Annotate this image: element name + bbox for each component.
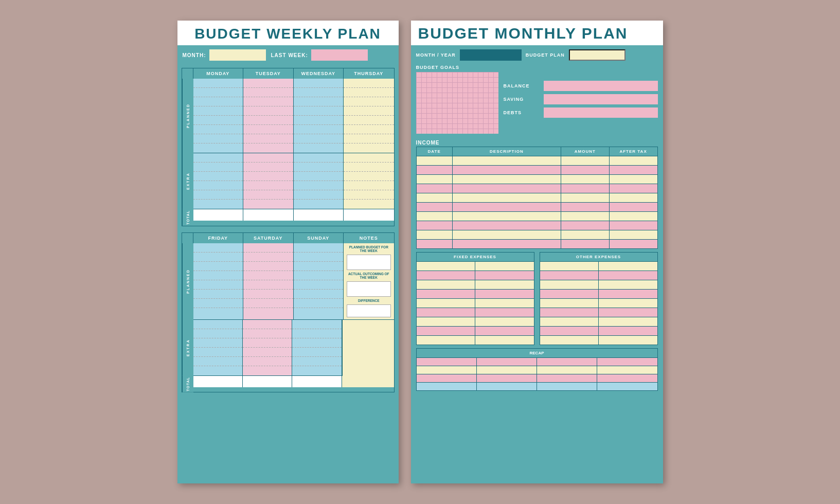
other-row-9: [540, 336, 657, 345]
monthly-header: BUDGET MONTHLY PLAN: [411, 21, 663, 45]
difference-label: DIFFERENCE: [347, 299, 391, 302]
fixed-row-5: [416, 299, 534, 308]
balance-input[interactable]: [544, 81, 658, 91]
income-title: INCOME: [416, 138, 658, 147]
budget-plan-input[interactable]: [569, 49, 625, 61]
income-row-6: [416, 203, 657, 212]
bottom-week-section: FRIDAY SATURDAY SUNDAY NOTES PLANNED: [177, 229, 399, 396]
top-planned-section: PLANNED: [182, 79, 395, 153]
tue-planned-col: [243, 79, 294, 153]
income-row-9: [416, 230, 657, 240]
debts-label: DEBTS: [504, 110, 540, 115]
recap-section: RECAP: [411, 348, 663, 395]
last-week-field: LAST WEEK:: [271, 49, 368, 61]
last-week-input[interactable]: [311, 49, 368, 61]
mon-total: [193, 209, 244, 221]
other-expenses-label: OTHER EXPENSES: [540, 253, 657, 262]
other-row-5: [540, 299, 657, 308]
month-label: MONTH:: [183, 52, 206, 58]
fixed-row-8: [416, 327, 534, 336]
fri-planned-col: [193, 243, 244, 320]
income-section: INCOME DATE DESCRIPTION AMOUNT AFTER TAX: [411, 138, 663, 252]
day-saturday: SATURDAY: [243, 233, 294, 243]
saving-input[interactable]: [544, 94, 658, 104]
recap-row-3: [416, 374, 657, 383]
fixed-row-1: [416, 262, 534, 271]
other-row-7: [540, 317, 657, 327]
income-table: DATE DESCRIPTION AMOUNT AFTER TAX: [416, 147, 658, 249]
fixed-header: FIXED EXPENSES: [416, 253, 534, 262]
income-row-7: [416, 212, 657, 221]
planned-budget-label: PLANNED BUDGET FOR THE WEEK: [347, 245, 391, 253]
fixed-row-7: [416, 317, 534, 327]
debts-input[interactable]: [544, 107, 658, 118]
day-notes: NOTES: [344, 233, 394, 243]
thu-extra-col: [344, 153, 394, 209]
other-expenses-section: OTHER EXPENSES: [540, 252, 658, 345]
top-row-1: MONTH / YEAR BUDGET PLAN: [416, 49, 658, 61]
other-expenses-table: OTHER EXPENSES: [540, 252, 658, 345]
expenses-row: FIXED EXPENSES: [411, 252, 663, 348]
recap-row-1: [416, 358, 657, 366]
tue-extra-col: [243, 153, 294, 209]
mon-planned-col: [193, 79, 244, 153]
bottom-extra-section: EXTRA: [182, 320, 395, 376]
recap-row-4: [416, 383, 657, 391]
debts-row: DEBTS: [504, 107, 658, 118]
month-input[interactable]: [209, 49, 266, 61]
total-label-top: TOTAL: [182, 209, 193, 226]
income-header-row: DATE DESCRIPTION AMOUNT AFTER TAX: [416, 147, 657, 156]
month-year-input[interactable]: [460, 49, 522, 61]
sat-planned-col: [243, 243, 294, 320]
extra-label-bottom: EXTRA: [182, 320, 193, 376]
budget-plan-label: BUDGET PLAN: [526, 52, 565, 58]
other-row-1: [540, 262, 657, 271]
bottom-total-row: TOTAL: [182, 376, 395, 393]
thu-total: [344, 209, 394, 221]
col-after-tax: AFTER TAX: [609, 147, 657, 156]
month-year-label: MONTH / YEAR: [416, 52, 456, 58]
income-row-2: [416, 166, 657, 175]
other-row-6: [540, 308, 657, 317]
saving-row: SAVING: [504, 94, 658, 104]
day-tuesday: TUESDAY: [243, 68, 294, 79]
day-thursday: THURSDAY: [344, 68, 394, 79]
actual-outcoming-label: ACTUAL OUTCOMING OF THE WEEK: [347, 272, 391, 279]
weekly-header: BUDGET WEEKLY PLAN: [177, 21, 399, 45]
monthly-title: BUDGET MONTHLY PLAN: [418, 25, 656, 42]
fixed-row-4: [416, 290, 534, 299]
planned-label-bottom: PLANNED: [182, 243, 193, 320]
top-week-section: MONDAY TUESDAY WEDNESDAY THURSDAY PLANNE…: [177, 65, 399, 229]
notes-total: [342, 376, 394, 387]
extra-label-top: EXTRA: [182, 153, 193, 209]
day-wednesday: WEDNESDAY: [294, 68, 344, 79]
sun-total: [292, 376, 342, 387]
fri-extra-col: [193, 320, 243, 376]
notes-planned-section: PLANNED BUDGET FOR THE WEEK ACTUAL OUTCO…: [344, 243, 394, 320]
wed-planned-col: [294, 79, 344, 153]
income-row-10: [416, 240, 657, 249]
bottom-planned-section: PLANNED: [182, 243, 395, 320]
recap-header: RECAP: [416, 349, 657, 358]
monthly-top: MONTH / YEAR BUDGET PLAN BUDGET GOALS BA…: [411, 45, 663, 138]
fixed-row-3: [416, 280, 534, 290]
weekly-plan: BUDGET WEEKLY PLAN MONTH: LAST WEEK: MON…: [177, 21, 399, 483]
saving-label: SAVING: [504, 97, 540, 102]
weekly-meta: MONTH: LAST WEEK:: [177, 45, 399, 65]
day-friday: FRIDAY: [193, 233, 244, 243]
other-row-8: [540, 327, 657, 336]
top-days-header: MONDAY TUESDAY WEDNESDAY THURSDAY: [182, 68, 395, 79]
weekly-title: BUDGET WEEKLY PLAN: [185, 26, 391, 42]
bottom-days-header: FRIDAY SATURDAY SUNDAY NOTES: [182, 232, 395, 243]
mon-extra-col: [193, 153, 244, 209]
col-amount: AMOUNT: [561, 147, 609, 156]
income-row-4: [416, 184, 657, 193]
fixed-expenses-label: FIXED EXPENSES: [416, 253, 534, 262]
day-sunday: SUNDAY: [294, 233, 344, 243]
sat-extra-col: [243, 320, 292, 376]
fixed-expenses-table: FIXED EXPENSES: [416, 252, 534, 345]
fri-total: [193, 376, 243, 387]
budget-goals-label: BUDGET GOALS: [416, 65, 498, 70]
income-row-8: [416, 221, 657, 230]
tue-total: [243, 209, 294, 221]
